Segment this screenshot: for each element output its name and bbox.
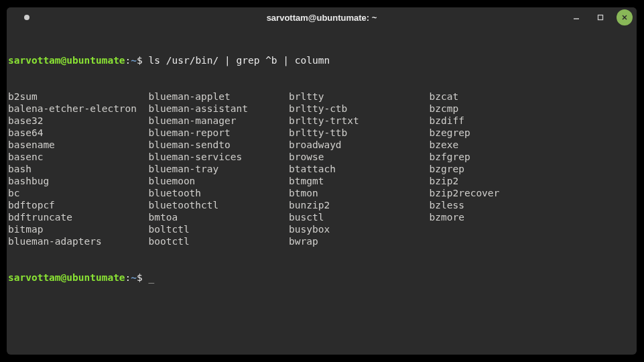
- terminal-body[interactable]: sarvottam@ubuntumate:~$ ls /usr/bin/ | g…: [7, 27, 637, 310]
- output-row: base64 blueman-report brltty-ttb bzegrep: [8, 127, 635, 139]
- minimize-button[interactable]: [568, 9, 584, 25]
- prompt-dollar: $: [137, 272, 143, 283]
- prompt-dollar: $: [137, 55, 143, 66]
- prompt-path: ~: [131, 272, 137, 283]
- close-icon: [621, 14, 628, 21]
- prompt-line-1: sarvottam@ubuntumate:~$ ls /usr/bin/ | g…: [8, 54, 635, 66]
- output-row: blueman-adapters bootctl bwrap: [8, 235, 635, 247]
- svg-rect-1: [598, 15, 603, 20]
- maximize-button[interactable]: [592, 9, 608, 25]
- output-row: bc bluetooth btmon bzip2recover: [8, 187, 635, 199]
- cursor: _: [143, 272, 154, 283]
- command-text: ls /usr/bin/ | grep ^b | column: [143, 55, 330, 66]
- output-row: bash blueman-tray btattach bzgrep: [8, 163, 635, 175]
- terminal-window: sarvottam@ubuntumate: ~ sarvottam@ubuntu…: [7, 7, 637, 355]
- prompt-user: sarvottam@ubuntumate: [8, 55, 125, 66]
- window-controls: [568, 9, 633, 25]
- output-row: basename blueman-sendto broadwayd bzexe: [8, 139, 635, 151]
- prompt-path: ~: [131, 55, 137, 66]
- prompt-line-2: sarvottam@ubuntumate:~$ _: [8, 272, 635, 284]
- prompt-user: sarvottam@ubuntumate: [8, 272, 125, 283]
- output-row: bitmap boltctl busybox: [8, 223, 635, 235]
- maximize-icon: [597, 14, 604, 21]
- command-output: b2sum blueman-applet brltty bzcatbalena-…: [8, 90, 635, 247]
- output-row: base32 blueman-manager brltty-trtxt bzdi…: [8, 115, 635, 127]
- output-row: basenc blueman-services browse bzfgrep: [8, 151, 635, 163]
- output-row: bdftruncate bmtoa busctl bzmore: [8, 211, 635, 223]
- output-row: bdftopcf bluetoothctl bunzip2 bzless: [8, 199, 635, 211]
- minimize-icon: [573, 14, 580, 21]
- output-row: balena-etcher-electron blueman-assistant…: [8, 103, 635, 115]
- titlebar[interactable]: sarvottam@ubuntumate: ~: [7, 7, 637, 27]
- output-row: b2sum blueman-applet brltty bzcat: [8, 90, 635, 103]
- window-title: sarvottam@ubuntumate: ~: [267, 13, 377, 23]
- status-dot: [24, 15, 29, 20]
- output-row: bashbug bluemoon btmgmt bzip2: [8, 175, 635, 187]
- close-button[interactable]: [617, 9, 633, 25]
